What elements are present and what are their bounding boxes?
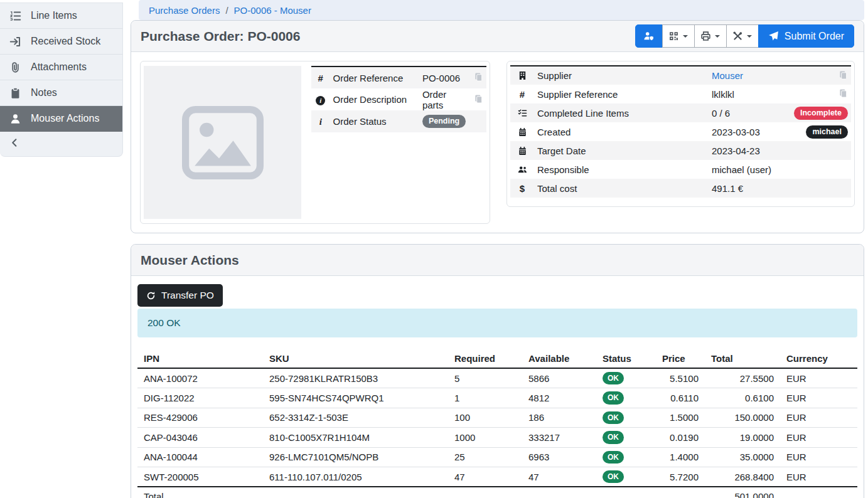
users-icon: [518, 164, 527, 175]
admin-button[interactable]: [635, 24, 663, 48]
image-placeholder-icon: [181, 105, 264, 180]
cell-price: 5.7200: [656, 467, 705, 487]
sidebar-item-notes[interactable]: Notes: [0, 80, 122, 106]
transfer-po-button[interactable]: Transfer PO: [137, 284, 223, 307]
cell-currency: EUR: [780, 428, 857, 447]
table-row: ANA-100072 250-72981KLRATR150B3 5 5866 O…: [137, 368, 857, 388]
detail-value: Order parts: [419, 88, 469, 110]
order-details-table-wrap: # Order Reference PO-0006: [311, 66, 486, 219]
detail-label: Supplier: [534, 66, 709, 85]
cell-total: 27.5500: [705, 368, 780, 388]
col-header-available: Available: [522, 349, 596, 368]
copy-button[interactable]: [839, 70, 848, 80]
copy-icon: [839, 90, 848, 100]
refresh-icon: [146, 291, 156, 300]
cell-price: 1.5000: [656, 408, 705, 427]
purchase-order-panel-body: # Order Reference PO-0006: [131, 52, 864, 233]
app-root: Line Items Received Stock Attachments No…: [0, 0, 868, 498]
main-content: Purchase Orders / PO-0006 - Mouser Purch…: [123, 0, 868, 498]
table-row: RES-429006 652-3314Z-1-503E 100 186 OK 1…: [137, 408, 857, 427]
sidebar-item-label: Mouser Actions: [31, 113, 99, 124]
user-shield-icon: [643, 31, 654, 41]
user-icon: [9, 113, 21, 125]
detail-label: Completed Line Items: [534, 103, 709, 122]
col-header-sku: SKU: [263, 349, 448, 368]
building-icon: [518, 70, 527, 81]
total-value: 501.0000: [705, 487, 780, 498]
purchase-order-panel-header: Purchase Order: PO-0006: [131, 21, 864, 52]
order-toolbar: Submit Order: [635, 24, 854, 48]
ordered-list-icon: [9, 10, 21, 22]
detail-row: # Supplier Reference lklklkl: [510, 85, 851, 103]
purchase-order-panel: Purchase Order: PO-0006: [131, 20, 864, 233]
sidebar-item-label: Notes: [31, 87, 57, 98]
mouser-actions-body: Transfer PO 200 OK IPN SKU Required: [131, 276, 864, 498]
ok-badge: OK: [603, 391, 624, 404]
sidebar-item-attachments[interactable]: Attachments: [0, 55, 122, 80]
supplier-link[interactable]: Mouser: [712, 70, 743, 81]
col-header-status: Status: [596, 349, 656, 368]
cell-available: 4812: [522, 388, 596, 408]
col-header-ipn: IPN: [137, 349, 263, 368]
sidebar-item-label: Attachments: [31, 61, 87, 73]
cell-required: 100: [448, 408, 522, 427]
cell-sku: 595-SN74HCS74QPWRQ1: [263, 388, 448, 408]
order-options-button[interactable]: [726, 24, 759, 48]
hash-icon: #: [520, 89, 525, 100]
detail-row: i Order Status Pending: [311, 110, 486, 132]
cell-available: 47: [522, 467, 596, 487]
sidebar-item-line-items[interactable]: Line Items: [0, 3, 122, 29]
sidebar-collapse-button[interactable]: [0, 132, 122, 156]
copy-button[interactable]: [839, 88, 848, 98]
cell-sku: 810-C1005X7R1H104M: [263, 428, 448, 447]
ok-badge: OK: [603, 411, 624, 424]
detail-row: Completed Line Items 0 / 6 Incomplete: [510, 103, 851, 122]
cell-price: 0.0190: [656, 428, 705, 447]
page-title: Purchase Order: PO-0006: [141, 29, 300, 44]
ok-badge: OK: [603, 451, 624, 464]
barcode-actions-button[interactable]: [662, 24, 695, 48]
print-actions-button[interactable]: [694, 24, 727, 48]
cell-sku: 926-LMC7101QM5/NOPB: [263, 447, 448, 467]
table-row: ANA-100044 926-LMC7101QM5/NOPB 25 6963 O…: [137, 447, 857, 467]
detail-row: i Order Description Order parts: [311, 88, 486, 110]
copy-button[interactable]: [474, 94, 483, 103]
detail-value: PO-0006: [419, 66, 469, 88]
cell-sku: 652-3314Z-1-503E: [263, 408, 448, 427]
breadcrumb: Purchase Orders / PO-0006 - Mouser: [139, 0, 864, 20]
dollar-icon: $: [520, 183, 525, 194]
col-header-currency: Currency: [780, 349, 857, 368]
detail-label: Supplier Reference: [534, 85, 709, 103]
detail-label: Order Status: [330, 110, 419, 132]
submit-order-button[interactable]: Submit Order: [758, 24, 854, 48]
copy-button[interactable]: [474, 72, 483, 82]
mouser-actions-panel: Mouser Actions Transfer PO 200 OK: [131, 244, 864, 498]
table-row: SWT-200005 611-110.107.011/0205 47 47 OK…: [137, 467, 857, 487]
cell-total: 150.0000: [705, 408, 780, 427]
detail-row: Target Date 2023-04-23: [510, 141, 851, 160]
sign-in-icon: [9, 36, 21, 48]
mouser-actions-panel-header: Mouser Actions: [131, 245, 864, 276]
breadcrumb-link-purchase-orders[interactable]: Purchase Orders: [149, 5, 220, 16]
user-badge: michael: [806, 125, 848, 139]
caret-down-icon: [683, 35, 688, 38]
printer-icon: [700, 31, 711, 41]
cell-available: 333217: [522, 428, 596, 447]
qrcode-icon: [668, 31, 679, 41]
alert-text: 200 OK: [147, 317, 181, 329]
detail-row: # Order Reference PO-0006: [311, 66, 486, 88]
table-total-row: Total 501.0000: [137, 487, 857, 498]
breadcrumb-link-current-order[interactable]: PO-0006 - Mouser: [234, 5, 311, 16]
detail-value: 2023-04-23: [709, 141, 776, 160]
sidebar-item-received-stock[interactable]: Received Stock: [0, 29, 122, 55]
cell-ipn: RES-429006: [137, 408, 263, 427]
cell-total: 0.6100: [705, 388, 780, 408]
sidebar-item-label: Line Items: [31, 10, 77, 21]
sidebar-item-mouser-actions[interactable]: Mouser Actions: [0, 106, 122, 132]
detail-value: 2023-03-03: [709, 122, 776, 141]
detail-value: 0 / 6: [709, 103, 776, 122]
cell-ipn: CAP-043046: [137, 428, 263, 447]
table-header-row: IPN SKU Required Available Status Price …: [137, 349, 857, 368]
ok-badge: OK: [603, 431, 624, 443]
detail-label: Order Reference: [330, 66, 419, 88]
